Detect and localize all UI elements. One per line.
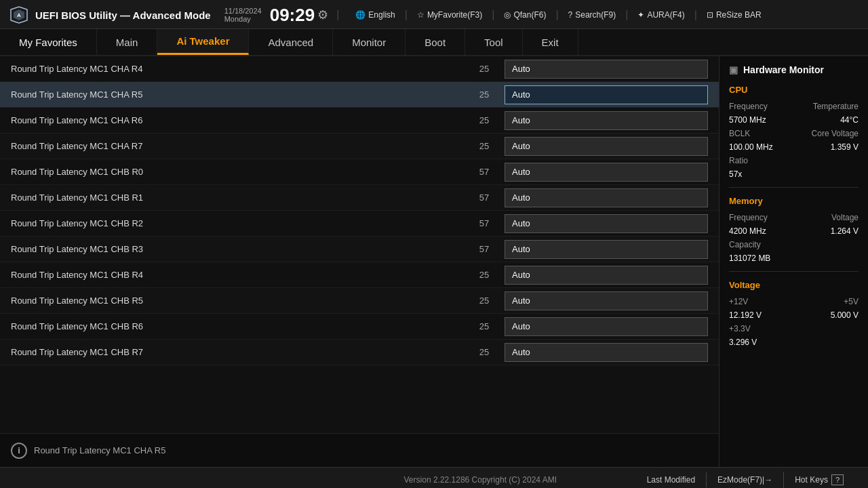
ezmode-button[interactable]: EzMode(F7)|→: [706, 472, 783, 487]
row-label: Round Trip Latency MC1 CHB R3: [0, 239, 464, 260]
row-dropdown[interactable]: Auto: [505, 60, 708, 79]
row-dropdown[interactable]: Auto: [505, 240, 708, 259]
aura-icon: ✦: [637, 10, 644, 20]
row-value: 25: [464, 64, 505, 74]
table-row[interactable]: Round Trip Latency MC1 CHA R725Auto: [0, 134, 719, 159]
row-value: 57: [464, 218, 505, 228]
hw-monitor-panel: ▣ Hardware Monitor CPU Frequency Tempera…: [719, 56, 868, 467]
table-row[interactable]: Round Trip Latency MC1 CHA R525Auto: [0, 82, 719, 108]
row-dropdown[interactable]: Auto: [505, 214, 708, 233]
english-label: English: [368, 10, 395, 20]
resizebar-tool[interactable]: ⊡ ReSize BAR: [707, 10, 762, 20]
content-area: Round Trip Latency MC1 CHA R425AutoRound…: [0, 56, 719, 467]
table-row[interactable]: Round Trip Latency MC1 CHB R625Auto: [0, 314, 719, 340]
info-bar: i Round Trip Latency MC1 CHA R5: [0, 433, 719, 467]
nav-tool[interactable]: Tool: [465, 29, 523, 55]
table-row[interactable]: Round Trip Latency MC1 CHA R625Auto: [0, 108, 719, 134]
volt-33v-label: +3.3V: [729, 324, 751, 333]
table-row[interactable]: Round Trip Latency MC1 CHB R257Auto: [0, 211, 719, 237]
resizebar-icon: ⊡: [707, 10, 713, 20]
volt-12v-values: 12.192 V 5.000 V: [729, 310, 859, 320]
voltage-section-title: Voltage: [729, 280, 859, 290]
divider-2: [729, 271, 859, 272]
qfan-label: Qfan(F6): [513, 10, 546, 20]
datetime-area: 11/18/2024 Monday: [224, 7, 262, 23]
separator: |: [336, 9, 339, 21]
hotkeys-button[interactable]: Hot Keys ?: [783, 472, 854, 488]
table-row[interactable]: Round Trip Latency MC1 CHB R157Auto: [0, 185, 719, 211]
myfavorite-tool[interactable]: ☆ MyFavorite(F3): [417, 10, 482, 20]
header-tools: 🌐 English | ☆ MyFavorite(F3) | ◎ Qfan(F6…: [355, 9, 761, 21]
globe-icon: 🌐: [355, 10, 366, 20]
asus-logo-icon: A: [8, 4, 30, 26]
footer-copyright: Version 2.22.1286 Copyright (C) 2024 AMI: [325, 475, 636, 485]
nav-my-favorites[interactable]: My Favorites: [0, 29, 97, 55]
sep4: |: [625, 9, 628, 21]
search-tool[interactable]: ? Search(F9): [568, 10, 616, 20]
cpu-frequency-values: 5700 MHz 44°C: [729, 115, 859, 125]
mem-freq-values: 4200 MHz 1.264 V: [729, 226, 859, 236]
nav-advanced[interactable]: Advanced: [249, 29, 333, 55]
nav-ai-tweaker[interactable]: Ai Tweaker: [157, 29, 249, 55]
volt-33v-row: +3.3V: [729, 324, 859, 333]
row-dropdown[interactable]: Auto: [505, 317, 708, 336]
myfavorite-label: MyFavorite(F3): [427, 10, 482, 20]
nav-boot[interactable]: Boot: [406, 29, 465, 55]
table-row[interactable]: Round Trip Latency MC1 CHA R425Auto: [0, 56, 719, 82]
row-label: Round Trip Latency MC1 CHA R4: [0, 58, 464, 79]
mem-cap-value-row: 131072 MB: [729, 253, 859, 263]
row-dropdown[interactable]: Auto: [505, 137, 708, 156]
volt-5v-value: 5.000 V: [831, 310, 859, 320]
row-dropdown[interactable]: Auto: [505, 188, 708, 207]
mem-freq-value: 4200 MHz: [729, 226, 766, 236]
row-label: Round Trip Latency MC1 CHB R7: [0, 342, 464, 363]
sep2: |: [492, 9, 494, 21]
table-row[interactable]: Round Trip Latency MC1 CHB R525Auto: [0, 288, 719, 314]
last-modified-button[interactable]: Last Modified: [636, 472, 706, 487]
divider-1: [729, 187, 859, 188]
star-icon: ☆: [417, 10, 425, 20]
row-value: 25: [464, 115, 505, 125]
cpu-vcore-value: 1.359 V: [831, 142, 859, 152]
table-row[interactable]: Round Trip Latency MC1 CHB R725Auto: [0, 340, 719, 365]
volt-33v-value-row: 3.296 V: [729, 338, 859, 347]
row-dropdown[interactable]: Auto: [505, 163, 708, 182]
row-label: Round Trip Latency MC1 CHB R5: [0, 290, 464, 311]
row-value: 25: [464, 321, 505, 331]
cpu-freq-label: Frequency: [729, 102, 768, 111]
header: A UEFI BIOS Utility — Advanced Mode 11/1…: [0, 0, 868, 29]
row-dropdown[interactable]: Auto: [505, 343, 708, 362]
row-value: 57: [464, 244, 505, 254]
row-dropdown[interactable]: Auto: [505, 85, 708, 104]
nav-monitor[interactable]: Monitor: [333, 29, 406, 55]
date-display: 11/18/2024: [224, 7, 262, 15]
sep3: |: [555, 9, 558, 21]
time-display: 09:29: [270, 6, 315, 24]
info-text: Round Trip Latency MC1 CHA R5: [34, 445, 165, 455]
volt-12v-value: 12.192 V: [729, 310, 762, 320]
nav-exit[interactable]: Exit: [523, 29, 578, 55]
volt-33v-value: 3.296 V: [729, 338, 757, 347]
row-label: Round Trip Latency MC1 CHB R6: [0, 316, 464, 337]
fan-icon: ◎: [504, 10, 511, 20]
row-dropdown[interactable]: Auto: [505, 266, 708, 285]
row-dropdown[interactable]: Auto: [505, 291, 708, 310]
resizebar-label: ReSize BAR: [716, 10, 762, 20]
nav-main[interactable]: Main: [97, 29, 158, 55]
footer: Version 2.22.1286 Copyright (C) 2024 AMI…: [0, 467, 868, 488]
qfan-tool[interactable]: ◎ Qfan(F6): [504, 10, 546, 20]
table-row[interactable]: Round Trip Latency MC1 CHB R057Auto: [0, 159, 719, 185]
settings-table[interactable]: Round Trip Latency MC1 CHA R425AutoRound…: [0, 56, 719, 433]
table-row[interactable]: Round Trip Latency MC1 CHB R357Auto: [0, 237, 719, 262]
mem-cap-label: Capacity: [729, 240, 761, 249]
cpu-ratio-row: Ratio: [729, 156, 859, 165]
logo-area: A UEFI BIOS Utility — Advanced Mode: [8, 4, 211, 26]
mem-cap-row: Capacity: [729, 240, 859, 249]
row-label: Round Trip Latency MC1 CHB R0: [0, 161, 464, 182]
english-tool[interactable]: 🌐 English: [355, 10, 395, 20]
row-label: Round Trip Latency MC1 CHB R1: [0, 187, 464, 208]
gear-icon[interactable]: ⚙: [317, 7, 328, 22]
table-row[interactable]: Round Trip Latency MC1 CHB R425Auto: [0, 262, 719, 288]
row-dropdown[interactable]: Auto: [505, 111, 708, 130]
aura-tool[interactable]: ✦ AURA(F4): [637, 10, 684, 20]
